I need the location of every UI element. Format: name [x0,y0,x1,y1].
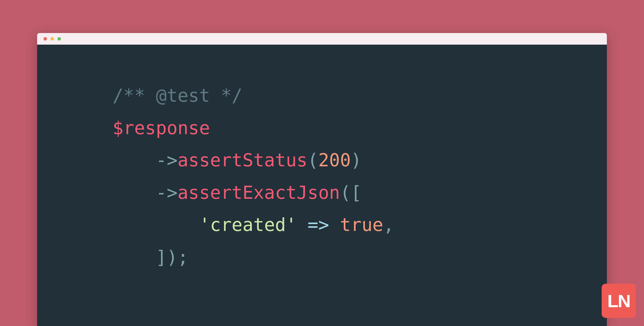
code-indent [113,247,156,268]
code-paren-open: ([ [340,182,362,203]
code-boolean: true [340,214,383,235]
maximize-icon[interactable] [57,37,61,41]
minimize-icon[interactable] [50,37,54,41]
code-comma: , [383,214,394,235]
code-method: assertStatus [178,150,307,171]
code-number: 200 [318,150,351,171]
code-indent [113,150,156,171]
editor-window: /** @test */ $response ->assertStatus(20… [37,33,607,326]
code-space [297,214,307,235]
window-title-bar [37,33,607,45]
code-paren-close: ) [351,150,361,171]
code-indent [113,182,156,203]
code-paren-close: ]); [156,247,188,268]
brand-logo: LN [602,284,636,318]
code-indent [113,214,199,235]
code-space [329,214,340,235]
code-paren-open: ( [307,150,318,171]
close-icon[interactable] [44,37,47,41]
code-method: assertExactJson [178,182,340,203]
code-arrow-op: -> [156,150,178,171]
logo-text: LN [607,291,630,311]
code-editor: /** @test */ $response ->assertStatus(20… [37,45,607,274]
code-comment: /** @test */ [113,85,243,106]
code-variable: $response [113,117,210,139]
code-arrow-op: -> [156,182,178,203]
code-fat-arrow: => [307,214,329,235]
code-string: 'created' [199,214,297,235]
